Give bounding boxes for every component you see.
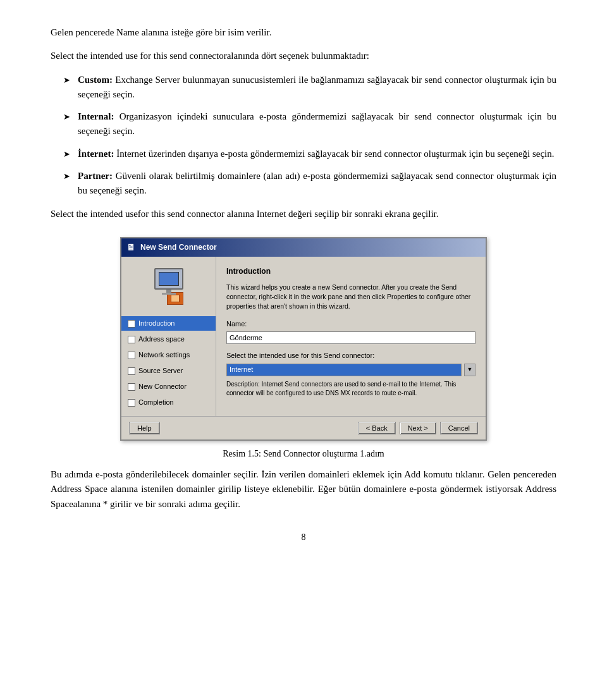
bullet-body-2: Organizasyon içindeki sunuculara e-posta… xyxy=(78,111,556,136)
dialog-caption: Resim 1.5: Send Connector oluşturma 1.ad… xyxy=(51,447,556,461)
bullet-term-2: Internal: xyxy=(78,111,114,121)
sidebar-item-network-settings[interactable]: Network settings xyxy=(121,348,216,362)
sidebar-check-network-settings xyxy=(128,352,135,359)
arrow-icon-2: ➤ xyxy=(63,111,70,123)
dialog-sidebar: Introduction Address space Network setti… xyxy=(121,257,216,416)
sidebar-item-address-space[interactable]: Address space xyxy=(121,332,216,347)
bullet-body-1: Exchange Server bulunmayan sunucusisteml… xyxy=(78,75,556,99)
sidebar-item-introduction[interactable]: Introduction xyxy=(121,316,216,331)
bullet-item-4: ➤ Partner: Güvenli olarak belirtilmiş do… xyxy=(63,169,556,199)
select-note: Select the intended usefor this send con… xyxy=(51,207,556,221)
dialog-title: New Send Connector xyxy=(140,242,217,254)
arrow-icon-3: ➤ xyxy=(63,148,70,161)
bullet-text-1: Custom: Exchange Server bulunmayan sunuc… xyxy=(78,73,556,102)
bullet-term-4: Partner: xyxy=(78,171,113,181)
next-button[interactable]: Next > xyxy=(400,422,436,434)
help-button[interactable]: Help xyxy=(129,422,160,434)
sidebar-label-address-space: Address space xyxy=(138,334,185,345)
dialog-name-label: Name: xyxy=(226,319,475,329)
bullet-item-3: ➤ İnternet: İnternet üzerinden dışarıya … xyxy=(63,147,556,161)
caption-text: Resim 1.5: Send Connector oluşturma 1.ad… xyxy=(223,449,384,458)
back-button[interactable]: < Back xyxy=(358,422,396,434)
dialog-body: Introduction Address space Network setti… xyxy=(121,257,486,416)
dialog-select-dropdown[interactable]: Internet xyxy=(226,364,462,376)
bullet-text-4: Partner: Güvenli olarak belirtilmiş doma… xyxy=(78,169,556,199)
bullet-text-3: İnternet: İnternet üzerinden dışarıya e-… xyxy=(78,147,554,161)
paragraph-intro2: Select the intended use for this send co… xyxy=(51,49,556,63)
bullet-list: ➤ Custom: Exchange Server bulunmayan sun… xyxy=(63,73,556,199)
bullet-body-4: Güvenli olarak belirtilmiş domainlere (a… xyxy=(78,171,556,195)
dropdown-arrow-icon[interactable]: ▼ xyxy=(464,364,475,376)
page-number: 8 xyxy=(51,531,556,544)
dialog-main-panel: Introduction This wizard helps you creat… xyxy=(216,257,486,416)
sidebar-label-completion: Completion xyxy=(138,397,174,408)
dialog-desc-text: Description: Internet Send connectors ar… xyxy=(226,380,475,398)
dialog-footer: Help < Back Next > Cancel xyxy=(121,416,486,439)
sidebar-check-introduction xyxy=(128,320,135,328)
bullet-text-2: Internal: Organizasyon içindeki sunucula… xyxy=(78,109,556,139)
dialog-titlebar: 🖥 New Send Connector xyxy=(121,238,486,257)
sidebar-check-address-space xyxy=(128,336,135,343)
sidebar-label-network-settings: Network settings xyxy=(138,350,190,360)
paragraph-intro1: Gelen pencerede Name alanına isteğe göre… xyxy=(51,25,556,40)
sidebar-check-completion xyxy=(128,399,135,407)
sidebar-item-new-connector[interactable]: New Connector xyxy=(121,379,216,394)
bullet-term-3: İnternet: xyxy=(78,149,114,159)
sidebar-check-new-connector xyxy=(128,383,135,391)
sidebar-label-new-connector: New Connector xyxy=(138,381,187,392)
dialog-select-label: Select the intended use for this Send co… xyxy=(226,350,475,361)
arrow-icon-4: ➤ xyxy=(63,170,70,183)
sidebar-item-source-server[interactable]: Source Server xyxy=(121,364,216,378)
sidebar-item-completion[interactable]: Completion xyxy=(121,395,216,410)
dialog-box: 🖥 New Send Connector xyxy=(120,237,487,441)
cancel-button[interactable]: Cancel xyxy=(440,422,478,434)
dialog-title-icon: 🖥 xyxy=(126,241,135,255)
dialog-logo-area xyxy=(121,263,216,315)
dialog-container: 🖥 New Send Connector xyxy=(51,237,556,441)
sidebar-check-source-server xyxy=(128,367,135,375)
bullet-term-1: Custom: xyxy=(78,75,113,85)
dialog-nav-buttons: < Back Next > Cancel xyxy=(358,422,478,434)
dialog-section-title: Introduction xyxy=(226,266,475,278)
arrow-icon-1: ➤ xyxy=(63,74,70,87)
dialog-intro-text: This wizard helps you create a new Send … xyxy=(226,283,475,312)
bullet-item-2: ➤ Internal: Organizasyon içindeki sunucu… xyxy=(63,109,556,139)
sidebar-label-introduction: Introduction xyxy=(138,318,175,329)
bullet-item-1: ➤ Custom: Exchange Server bulunmayan sun… xyxy=(63,73,556,102)
bullet-body-3: İnternet üzerinden dışarıya e-posta gönd… xyxy=(116,149,554,159)
sidebar-label-source-server: Source Server xyxy=(138,365,183,376)
bottom-paragraph-1: Bu adımda e-posta gönderilebilecek domai… xyxy=(51,467,556,512)
dialog-name-input[interactable] xyxy=(226,331,475,344)
dialog-select-row: Internet ▼ xyxy=(226,364,475,376)
